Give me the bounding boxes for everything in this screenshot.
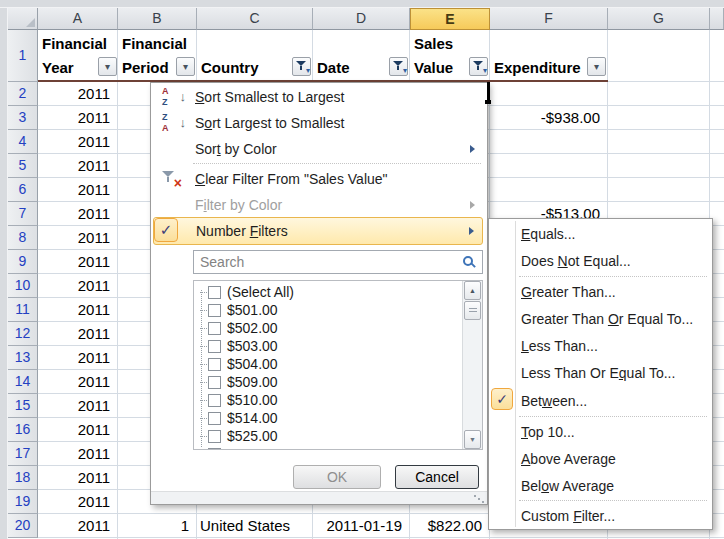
row-header-1[interactable]: 1	[8, 30, 38, 82]
cancel-button[interactable]: Cancel	[395, 465, 479, 489]
cell-a2[interactable]: 2011	[38, 82, 114, 106]
cell-a17[interactable]: 2011	[38, 442, 114, 466]
checkbox-icon[interactable]	[208, 322, 221, 335]
filter-button-expenditure[interactable]: ▾	[587, 57, 606, 76]
checkbox-icon[interactable]	[208, 340, 221, 353]
filter-button-financial-period[interactable]: ▾	[176, 57, 195, 76]
submenu-item-below-average[interactable]: Below Average	[521, 473, 707, 500]
cell-d20[interactable]: 2011-01-19	[313, 514, 406, 538]
menu-item-sort-largest-to-smallest[interactable]: ZA↓ Sort Largest to Smallest	[153, 110, 483, 136]
row-header-4[interactable]: 4	[8, 130, 38, 154]
row-header-19[interactable]: 19	[8, 490, 38, 514]
cell-a9[interactable]: 2011	[38, 250, 114, 274]
scrollbar-up-arrow[interactable]: ▲	[464, 281, 481, 300]
filter-button-financial-year[interactable]: ▾	[98, 57, 117, 76]
filter-button-sales-value[interactable]: ▾	[469, 57, 488, 76]
filter-value-item[interactable]: $509.00	[196, 373, 278, 391]
cell-a3[interactable]: 2011	[38, 106, 114, 130]
cell-f3[interactable]: -$938.00	[490, 106, 604, 130]
checkbox-icon[interactable]	[208, 394, 221, 407]
filter-button-country[interactable]: ▾	[292, 57, 311, 76]
checkbox-icon[interactable]	[208, 376, 221, 389]
menu-item-sort-smallest-to-largest[interactable]: AZ↓ Sort Smallest to Largest	[153, 84, 483, 110]
row-header-20[interactable]: 20	[8, 514, 38, 538]
cell-a15[interactable]: 2011	[38, 394, 114, 418]
row-header-8[interactable]: 8	[8, 226, 38, 250]
submenu-item-less-than-or-equal[interactable]: Less Than Or Equal To...	[521, 360, 707, 387]
filter-value-select-all[interactable]: (Select All)	[196, 283, 294, 301]
cell-a11[interactable]: 2011	[38, 298, 114, 322]
cell-a13[interactable]: 2011	[38, 346, 114, 370]
checkbox-icon[interactable]	[208, 430, 221, 443]
cell-a5[interactable]: 2011	[38, 154, 114, 178]
row-header-5[interactable]: 5	[8, 154, 38, 178]
cell-a10[interactable]: 2011	[38, 274, 114, 298]
filter-value-item[interactable]: $510.00	[196, 391, 278, 409]
checkbox-icon[interactable]	[208, 304, 221, 317]
column-header-g[interactable]: G	[608, 8, 710, 30]
submenu-item-greater-than[interactable]: Greater Than...	[521, 279, 707, 306]
row-header-6[interactable]: 6	[8, 178, 38, 202]
cell-a14[interactable]: 2011	[38, 370, 114, 394]
list-scrollbar[interactable]: ▲ ▼	[462, 281, 482, 449]
ok-button[interactable]: OK	[293, 465, 381, 489]
cell-a7[interactable]: 2011	[38, 202, 114, 226]
menu-item-number-filters[interactable]: Number Filters	[153, 217, 483, 245]
row-header-9[interactable]: 9	[8, 250, 38, 274]
submenu-item-less-than[interactable]: Less Than...	[521, 333, 707, 360]
row-header-7[interactable]: 7	[8, 202, 38, 226]
checkbox-icon[interactable]	[208, 448, 221, 451]
row-header-10[interactable]: 10	[8, 274, 38, 298]
column-header-h-partial[interactable]	[710, 8, 724, 30]
cell-e20[interactable]: $822.00	[410, 514, 486, 538]
column-header-d[interactable]: D	[313, 8, 410, 30]
cell-a16[interactable]: 2011	[38, 418, 114, 442]
column-header-b[interactable]: B	[118, 8, 197, 30]
cell-a20[interactable]: 2011	[38, 514, 114, 538]
checkbox-icon[interactable]	[208, 286, 221, 299]
filter-button-date[interactable]: ▾	[389, 57, 408, 76]
column-header-c[interactable]: C	[197, 8, 313, 30]
filter-value-item[interactable]: $502.00	[196, 319, 278, 337]
row-header-17[interactable]: 17	[8, 442, 38, 466]
row-header-13[interactable]: 13	[8, 346, 38, 370]
filter-value-item[interactable]: $514.00	[196, 409, 278, 427]
row-header-11[interactable]: 11	[8, 298, 38, 322]
cell-a4[interactable]: 2011	[38, 130, 114, 154]
column-header-f[interactable]: F	[490, 8, 608, 30]
scrollbar-down-arrow[interactable]: ▼	[464, 430, 481, 449]
row-header-18[interactable]: 18	[8, 466, 38, 490]
submenu-item-greater-than-or-equal[interactable]: Greater Than Or Equal To...	[521, 306, 707, 333]
checkbox-icon[interactable]	[208, 358, 221, 371]
filter-value-item[interactable]: $501.00	[196, 301, 278, 319]
filter-value-item-partial[interactable]	[196, 445, 227, 450]
menu-item-clear-filter[interactable]: × Clear Filter From "Sales Value"	[153, 166, 483, 192]
row-header-2[interactable]: 2	[8, 82, 38, 106]
submenu-item-top-10[interactable]: Top 10...	[521, 419, 707, 446]
filter-value-item[interactable]: $504.00	[196, 355, 278, 373]
cell-c20[interactable]: United States	[197, 514, 311, 538]
row-header-12[interactable]: 12	[8, 322, 38, 346]
row-header-16[interactable]: 16	[8, 418, 38, 442]
menu-resize-footer[interactable]	[151, 491, 487, 504]
cell-a12[interactable]: 2011	[38, 322, 114, 346]
submenu-item-between[interactable]: Between...	[521, 387, 707, 415]
submenu-item-equals[interactable]: Equals...	[521, 221, 707, 248]
select-all-corner-button[interactable]	[8, 8, 38, 30]
cell-a6[interactable]: 2011	[38, 178, 114, 202]
menu-item-sort-by-color[interactable]: Sort by Color	[153, 136, 483, 162]
filter-value-item[interactable]: $525.00	[196, 427, 278, 445]
cell-a18[interactable]: 2011	[38, 466, 114, 490]
row-header-3[interactable]: 3	[8, 106, 38, 130]
submenu-item-above-average[interactable]: Above Average	[521, 446, 707, 473]
column-header-e-selected[interactable]: E	[410, 8, 490, 30]
search-input[interactable]	[194, 251, 462, 273]
checkbox-icon[interactable]	[208, 412, 221, 425]
scrollbar-thumb[interactable]	[464, 301, 481, 320]
filter-value-item[interactable]: $503.00	[196, 337, 278, 355]
row-header-14[interactable]: 14	[8, 370, 38, 394]
submenu-item-custom-filter[interactable]: Custom Filter...	[521, 503, 707, 530]
cell-a19[interactable]: 2011	[38, 490, 114, 514]
column-header-a[interactable]: A	[38, 8, 118, 30]
row-header-15[interactable]: 15	[8, 394, 38, 418]
